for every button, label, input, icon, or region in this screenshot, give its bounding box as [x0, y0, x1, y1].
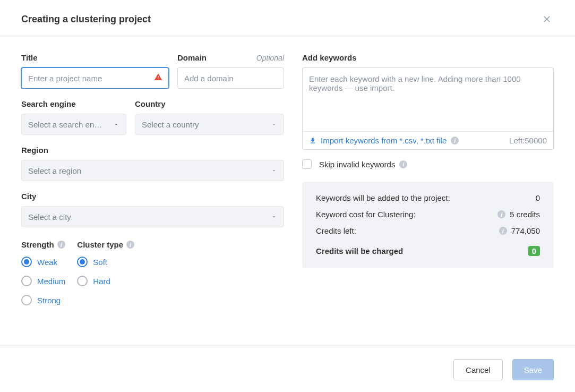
close-icon: [542, 14, 552, 23]
skip-invalid-label: Skip invalid keywords i: [319, 160, 407, 169]
warning-icon: [154, 73, 162, 83]
close-button[interactable]: [540, 12, 554, 27]
keywords-textarea[interactable]: [302, 67, 554, 131]
strength-radio-group: Strength i Weak Medium Strong: [21, 240, 65, 314]
chevron-down-icon: [271, 166, 277, 175]
city-label: City: [21, 192, 36, 201]
title-input[interactable]: [21, 67, 169, 89]
search-engine-label: Search engine: [21, 99, 76, 108]
info-icon[interactable]: i: [499, 227, 507, 235]
import-keywords-link[interactable]: Import keywords from *.csv, *.txt file i: [309, 136, 459, 145]
search-engine-select[interactable]: Select a search en…: [21, 114, 126, 135]
title-input-wrap: [21, 67, 169, 89]
charge-badge: 0: [528, 246, 540, 256]
create-clustering-modal: Creating a clustering project Title: [0, 0, 575, 392]
region-select[interactable]: Select a region: [21, 160, 284, 181]
save-button[interactable]: Save: [512, 359, 554, 380]
cluster-type-radio-group: Cluster type i Soft Hard: [77, 240, 134, 314]
cancel-button[interactable]: Cancel: [453, 359, 503, 380]
info-icon[interactable]: i: [399, 160, 407, 168]
domain-label: Domain: [177, 53, 207, 62]
info-icon[interactable]: i: [497, 210, 505, 218]
cluster-type-label: Cluster type i: [77, 240, 134, 249]
summary-row: Keywords will be added to the project: 0: [316, 193, 540, 202]
country-label: Country: [135, 99, 166, 108]
strength-option-weak[interactable]: Weak: [21, 257, 65, 267]
keywords-label: Add keywords: [302, 53, 357, 62]
domain-input[interactable]: [177, 67, 284, 89]
modal-header: Creating a clustering project: [0, 0, 575, 37]
summary-row: Keyword cost for Clustering: i5 credits: [316, 210, 540, 219]
chevron-down-icon: [271, 120, 277, 129]
title-label: Title: [21, 53, 38, 62]
modal-title: Creating a clustering project: [21, 14, 151, 25]
cluster-type-option-hard[interactable]: Hard: [77, 276, 134, 286]
info-icon[interactable]: i: [451, 137, 459, 144]
cluster-type-option-soft[interactable]: Soft: [77, 257, 134, 267]
strength-label: Strength i: [21, 240, 65, 249]
keywords-footer: Import keywords from *.csv, *.txt file i…: [302, 131, 554, 150]
summary-row: Credits left: i774,050: [316, 226, 540, 235]
region-label: Region: [21, 146, 48, 155]
info-icon[interactable]: i: [57, 241, 65, 249]
download-icon: [309, 137, 316, 144]
modal-footer: Cancel Save: [0, 347, 575, 392]
skip-invalid-checkbox[interactable]: [302, 159, 312, 169]
chevron-down-icon: [271, 212, 277, 221]
city-select[interactable]: Select a city: [21, 206, 284, 227]
info-icon[interactable]: i: [126, 241, 134, 249]
chevron-down-icon: [113, 120, 119, 129]
country-select[interactable]: Select a country: [135, 114, 284, 135]
strength-option-strong[interactable]: Strong: [21, 295, 65, 305]
strength-option-medium[interactable]: Medium: [21, 276, 65, 286]
credits-summary: Keywords will be added to the project: 0…: [302, 182, 554, 268]
domain-optional: Optional: [256, 54, 284, 62]
summary-charge-row: Credits will be charged 0: [316, 246, 540, 256]
keywords-left: Left:50000: [509, 136, 547, 145]
